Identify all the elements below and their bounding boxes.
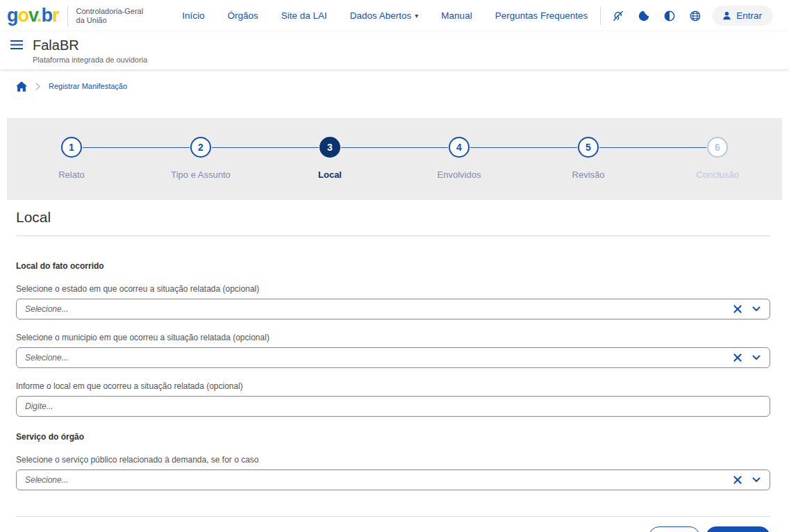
clear-icon[interactable] <box>733 354 742 362</box>
nav-dados-abertos[interactable]: Dados Abertos ▾ <box>350 10 419 21</box>
group-title-local-do-fato: Local do fato ocorrido <box>16 261 770 271</box>
breadcrumb-current: Registrar Manifestação <box>49 82 127 90</box>
nav-perguntas-frequentes[interactable]: Perguntas Frequentes <box>495 10 588 21</box>
breadcrumb-chevron-icon <box>35 83 40 90</box>
login-button[interactable]: Entrar <box>713 6 773 26</box>
contrast-icon[interactable] <box>663 10 676 22</box>
topbar: gov.br Controladoria-Geral da União Iníc… <box>0 0 789 31</box>
step-tipo-e-assunto[interactable]: 2 Tipo e Assunto <box>136 137 265 180</box>
breadcrumb-row: Registrar Manifestação <box>0 69 789 118</box>
step-local[interactable]: 3 Local <box>265 137 394 180</box>
org-name: Controladoria-Geral da União <box>76 7 144 25</box>
logo-letter: r <box>52 5 59 26</box>
chevron-down-icon[interactable] <box>752 306 761 312</box>
govbr-logo[interactable]: gov.br <box>7 6 59 25</box>
local-text-input[interactable] <box>16 396 770 417</box>
logo-divider <box>67 6 68 26</box>
servico-select[interactable]: Selecione... <box>16 469 770 490</box>
field-label-estado: Selecione o estado em que ocorreu a situ… <box>16 284 770 294</box>
accessibility-icon[interactable] <box>612 10 624 22</box>
login-label: Entrar <box>736 10 762 21</box>
section-divider <box>16 235 770 236</box>
group-title-servico-do-orgao: Serviço do órgão <box>16 432 770 442</box>
language-globe-icon[interactable] <box>689 10 701 22</box>
caret-down-icon: ▾ <box>415 13 418 19</box>
step-label: Conclusão <box>696 169 738 180</box>
step-circle: 5 <box>578 137 599 158</box>
user-icon <box>722 10 732 21</box>
step-conclusao: 6 Conclusão <box>653 137 782 180</box>
step-circle: 2 <box>190 137 211 158</box>
app-header: FalaBR Plataforma integrada de ouvidoria <box>0 31 789 69</box>
topbar-right: Entrar <box>588 6 773 26</box>
topbar-icons <box>612 10 701 22</box>
step-label: Revisão <box>572 169 605 180</box>
app-subtitle: Plataforma integrada de ouvidoria <box>33 56 147 64</box>
step-envolvidos: 4 Envolvidos <box>394 137 524 180</box>
nav-manual[interactable]: Manual <box>441 10 472 21</box>
step-circle: 4 <box>449 137 470 158</box>
app-title: FalaBR <box>33 37 147 53</box>
municipio-select[interactable]: Selecione... <box>16 347 770 368</box>
step-label: Envolvidos <box>438 169 481 180</box>
select-placeholder: Selecione... <box>25 475 69 485</box>
nav-site-da-lai[interactable]: Site da LAI <box>281 10 327 21</box>
step-label: Tipo e Assunto <box>171 169 231 180</box>
cookie-icon[interactable] <box>638 10 650 22</box>
next-button[interactable]: Avançar <box>706 526 770 532</box>
step-relato[interactable]: 1 Relato <box>7 137 136 180</box>
step-circle: 6 <box>707 137 728 158</box>
logo-letter: o <box>18 5 29 26</box>
step-circle: 3 <box>319 137 340 158</box>
field-label-servico: Selecione o serviço público relacionado … <box>16 455 770 465</box>
top-nav: Início Órgãos Site da LAI Dados Abertos … <box>182 10 588 21</box>
logo-letter: g <box>7 5 18 26</box>
field-label-municipio: Selecione o municipio em que ocorreu a s… <box>16 333 770 342</box>
hamburger-menu-icon[interactable] <box>10 40 24 50</box>
nav-inicio[interactable]: Início <box>182 10 204 21</box>
estado-select[interactable]: Selecione... <box>16 299 770 319</box>
footer-actions: Cancelar Voltar Avançar <box>0 517 789 532</box>
field-label-local-texto: Informe o local em que ocorreu a situaçã… <box>16 381 770 391</box>
icon-separator <box>600 7 601 25</box>
step-circle: 1 <box>61 137 82 158</box>
page-title: Local <box>16 209 770 226</box>
nav-orgaos[interactable]: Órgãos <box>227 10 258 21</box>
wizard-stepper: 1 Relato 2 Tipo e Assunto 3 Local 4 Envo… <box>7 118 782 200</box>
step-revisao: 5 Revisão <box>524 137 653 180</box>
select-placeholder: Selecione... <box>25 353 69 363</box>
app-title-block: FalaBR Plataforma integrada de ouvidoria <box>33 37 147 64</box>
chevron-down-icon[interactable] <box>752 355 761 360</box>
back-button[interactable]: Voltar <box>649 526 701 532</box>
clear-icon[interactable] <box>733 476 742 484</box>
step-label: Local <box>318 169 342 180</box>
chevron-down-icon[interactable] <box>752 477 761 483</box>
step-label: Relato <box>58 169 85 180</box>
main-content: Local Local do fato ocorrido Selecione o… <box>0 209 789 490</box>
clear-icon[interactable] <box>733 305 742 313</box>
logo-letter: v <box>28 5 37 26</box>
breadcrumb: Registrar Manifestação <box>16 80 127 92</box>
home-icon[interactable] <box>16 81 27 92</box>
logo-letter: b <box>42 5 53 26</box>
select-placeholder: Selecione... <box>25 304 69 314</box>
